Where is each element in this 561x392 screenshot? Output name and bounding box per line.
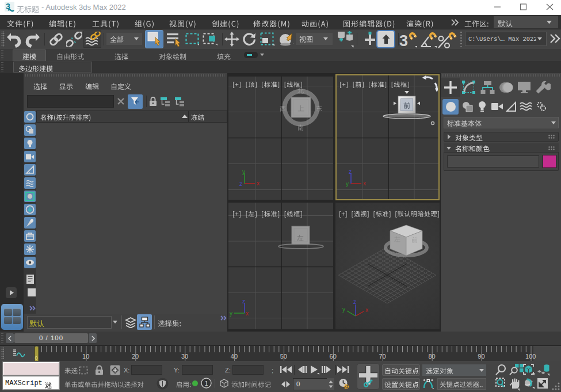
svg-text:x: x (257, 180, 259, 187)
svg-text:y: y (342, 306, 345, 313)
svg-text:x: x (246, 310, 249, 317)
svg-text:z: z (353, 300, 356, 305)
svg-text:x: x (363, 180, 366, 187)
svg-text:z: z (242, 299, 245, 305)
svg-text:1: 1 (204, 380, 208, 387)
svg-text:y: y (230, 310, 232, 317)
svg-text:3: 3 (399, 32, 408, 48)
svg-text:y: y (242, 170, 245, 175)
svg-text:x: x (365, 307, 368, 313)
svg-text:z: z (349, 170, 352, 175)
svg-text:y: y (346, 181, 349, 187)
svg-text:z: z (239, 181, 242, 187)
